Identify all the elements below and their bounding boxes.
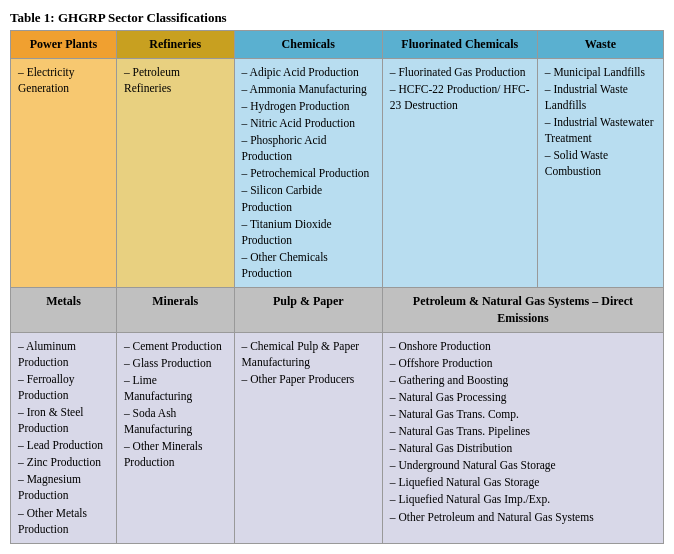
list-item: Solid Waste Combustion — [545, 147, 656, 179]
td-metals: Aluminum ProductionFerroalloy Production… — [11, 332, 117, 543]
th-metals: Metals — [11, 288, 117, 333]
td-petro: Onshore ProductionOffshore ProductionGat… — [382, 332, 663, 543]
list-item: Other Petroleum and Natural Gas Systems — [390, 509, 656, 525]
petro-list: Onshore ProductionOffshore ProductionGat… — [390, 338, 656, 525]
list-item: Magnesium Production — [18, 471, 109, 503]
list-item: Industrial Wastewater Treatment — [545, 114, 656, 146]
th-petro: Petroleum & Natural Gas Systems – Direct… — [382, 288, 663, 333]
th-power-plants: Power Plants — [11, 31, 117, 59]
list-item: Electricity Generation — [18, 64, 109, 96]
list-item: Fluorinated Gas Production — [390, 64, 530, 80]
td-refineries: Petroleum Refineries — [116, 58, 234, 287]
td-pulp: Chemical Pulp & Paper ManufacturingOther… — [234, 332, 382, 543]
chemicals-list: Adipic Acid ProductionAmmonia Manufactur… — [242, 64, 375, 281]
list-item: Chemical Pulp & Paper Manufacturing — [242, 338, 375, 370]
list-item: Hydrogen Production — [242, 98, 375, 114]
td-power-plants: Electricity Generation — [11, 58, 117, 287]
ghgrp-table: Power Plants Refineries Chemicals Fluori… — [10, 30, 664, 544]
list-item: Titanium Dioxide Production — [242, 216, 375, 248]
list-item: Silicon Carbide Production — [242, 182, 375, 214]
td-waste: Municipal LandfillsIndustrial Waste Land… — [537, 58, 663, 287]
bottom-header-row: Metals Minerals Pulp & Paper Petroleum &… — [11, 288, 664, 333]
list-item: HCFC-22 Production/ HFC-23 Destruction — [390, 81, 530, 113]
top-data-row: Electricity Generation Petroleum Refiner… — [11, 58, 664, 287]
list-item: Lead Production — [18, 437, 109, 453]
top-header-row: Power Plants Refineries Chemicals Fluori… — [11, 31, 664, 59]
list-item: Onshore Production — [390, 338, 656, 354]
list-item: Adipic Acid Production — [242, 64, 375, 80]
list-item: Petrochemical Production — [242, 165, 375, 181]
list-item: Offshore Production — [390, 355, 656, 371]
th-minerals: Minerals — [116, 288, 234, 333]
th-waste: Waste — [537, 31, 663, 59]
power-plants-list: Electricity Generation — [18, 64, 109, 96]
list-item: Gathering and Boosting — [390, 372, 656, 388]
waste-list: Municipal LandfillsIndustrial Waste Land… — [545, 64, 656, 180]
list-item: Glass Production — [124, 355, 227, 371]
list-item: Other Minerals Production — [124, 438, 227, 470]
list-item: Lime Manufacturing — [124, 372, 227, 404]
list-item: Other Paper Producers — [242, 371, 375, 387]
list-item: Cement Production — [124, 338, 227, 354]
pulp-list: Chemical Pulp & Paper ManufacturingOther… — [242, 338, 375, 387]
list-item: Natural Gas Trans. Pipelines — [390, 423, 656, 439]
list-item: Ferroalloy Production — [18, 371, 109, 403]
list-item: Liquefied Natural Gas Storage — [390, 474, 656, 490]
list-item: Nitric Acid Production — [242, 115, 375, 131]
list-item: Other Chemicals Production — [242, 249, 375, 281]
list-item: Liquefied Natural Gas Imp./Exp. — [390, 491, 656, 507]
list-item: Soda Ash Manufacturing — [124, 405, 227, 437]
list-item: Natural Gas Trans. Comp. — [390, 406, 656, 422]
th-refineries: Refineries — [116, 31, 234, 59]
metals-list: Aluminum ProductionFerroalloy Production… — [18, 338, 109, 537]
th-fluor-chem: Fluorinated Chemicals — [382, 31, 537, 59]
td-fluor-chem: Fluorinated Gas ProductionHCFC-22 Produc… — [382, 58, 537, 287]
list-item: Petroleum Refineries — [124, 64, 227, 96]
minerals-list: Cement ProductionGlass ProductionLime Ma… — [124, 338, 227, 471]
list-item: Municipal Landfills — [545, 64, 656, 80]
td-chemicals: Adipic Acid ProductionAmmonia Manufactur… — [234, 58, 382, 287]
fluor-chem-list: Fluorinated Gas ProductionHCFC-22 Produc… — [390, 64, 530, 113]
list-item: Natural Gas Processing — [390, 389, 656, 405]
refineries-list: Petroleum Refineries — [124, 64, 227, 96]
list-item: Zinc Production — [18, 454, 109, 470]
list-item: Phosphoric Acid Production — [242, 132, 375, 164]
list-item: Aluminum Production — [18, 338, 109, 370]
list-item: Other Metals Production — [18, 505, 109, 537]
list-item: Ammonia Manufacturing — [242, 81, 375, 97]
list-item: Industrial Waste Landfills — [545, 81, 656, 113]
table-title: Table 1: GHGRP Sector Classifications — [10, 10, 664, 26]
td-minerals: Cement ProductionGlass ProductionLime Ma… — [116, 332, 234, 543]
list-item: Underground Natural Gas Storage — [390, 457, 656, 473]
list-item: Natural Gas Distribution — [390, 440, 656, 456]
bottom-data-row: Aluminum ProductionFerroalloy Production… — [11, 332, 664, 543]
th-chemicals: Chemicals — [234, 31, 382, 59]
th-pulp: Pulp & Paper — [234, 288, 382, 333]
list-item: Iron & Steel Production — [18, 404, 109, 436]
